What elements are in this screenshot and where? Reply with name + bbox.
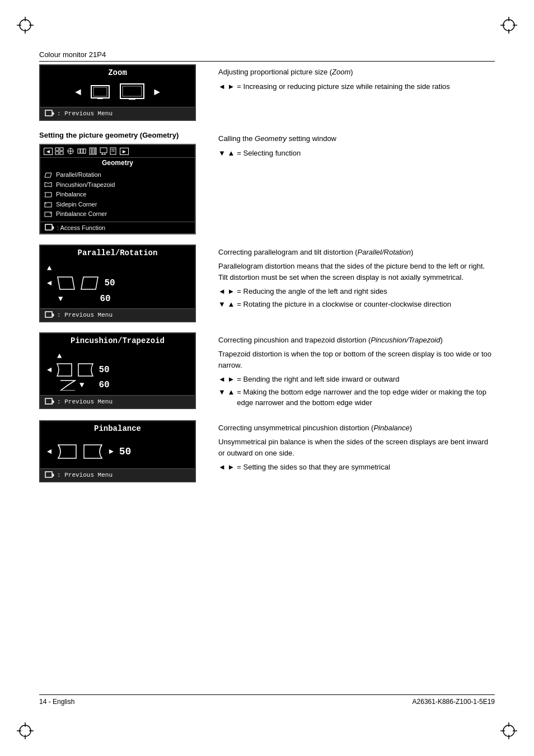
pincushion-desc-body: Trapezoid distortion is when the top or … [218, 349, 495, 370]
pincushion-osd-box: Pincushion/Trapezoid ▲ ◄ [39, 332, 196, 409]
geo-item-icon-parallel [44, 172, 53, 179]
corner-mark-br [500, 722, 517, 739]
geometry-desc-title: Calling the Geometry setting window [218, 133, 495, 144]
geo-icon-waveform [77, 147, 86, 155]
svg-rect-40 [95, 148, 96, 154]
zoom-section: Zoom ◄ [39, 64, 495, 121]
geo-icon-grid [55, 147, 64, 155]
pr-left-arrow: ◄ [47, 279, 51, 288]
svg-rect-35 [78, 149, 80, 153]
svg-marker-27 [53, 111, 54, 116]
zoom-large-icon [119, 83, 145, 102]
svg-marker-54 [53, 226, 54, 230]
zoom-osd-box: Zoom ◄ [39, 64, 196, 121]
zoom-arrow-left: ◄ [75, 87, 81, 98]
geo-icon-circle [66, 147, 75, 155]
svg-rect-53 [45, 224, 52, 230]
geometry-menu-title: Geometry [40, 158, 195, 168]
parallel-bullet2: ▼ ▲ = Rotating the picture in a clockwis… [218, 299, 495, 310]
pinbalance-osd-title: Pinbalance [40, 421, 195, 435]
zoom-bullet1: ◄ ► = Increasing or reducing picture siz… [218, 81, 495, 92]
svg-rect-24 [123, 86, 142, 96]
pincushion-osd-footer: : Previous Menu [40, 395, 195, 408]
parallel-desc-body: Parallelogram distortion means that the … [218, 261, 495, 283]
svg-rect-37 [83, 149, 86, 153]
parallel-bullet1: ◄ ► = Reducing the angle of the left and… [218, 286, 495, 297]
parallel-section: Parallel/Rotation ▲ ◄ [39, 245, 495, 322]
svg-rect-59 [45, 398, 52, 404]
pr-number-top: 50 [104, 278, 115, 288]
page-title: Colour monitor 21P4 [39, 50, 106, 59]
zoom-desc: Adjusting proportional picture size (Zoo… [218, 64, 495, 121]
corner-mark-tl [17, 17, 34, 34]
parallel-prev-icon [45, 311, 55, 319]
pinbalance-section: Pinbalance ◄ ► 50 [39, 420, 495, 482]
zoom-osd-footer: : Previous Menu [40, 107, 195, 120]
pincushion-bullet1: ◄ ► = Bending the right and left side in… [218, 374, 495, 385]
geometry-topbar: ◄ ► [40, 145, 195, 158]
pinbalance-desc-body: Unsymmetrical pin balance is when the si… [218, 436, 495, 458]
parallel-osd-footer: : Previous Menu [40, 308, 195, 321]
geo-item-icon-pincushion [44, 181, 53, 188]
pincushion-desc: Correcting pincushion and trapezoid dist… [218, 332, 495, 410]
pr-up-arrow: ▲ [47, 264, 51, 273]
geo-item-icon-pinbalance-corner [44, 211, 53, 218]
geo-item-pinbalance-corner: Pinbalance Corner [44, 209, 191, 219]
geo-item-pinbalance: Pinbalance [44, 190, 191, 200]
svg-rect-29 [60, 148, 63, 151]
pincushion-desc-title: Correcting pincushion and trapezoid dist… [218, 335, 495, 346]
zoom-arrow-right: ► [154, 87, 160, 98]
corner-mark-bl [17, 722, 34, 739]
svg-marker-55 [58, 277, 74, 289]
pincushion-left-icon [56, 363, 73, 377]
geometry-desc: Calling the Geometry setting window ▼ ▲ … [218, 131, 495, 234]
geometry-section: Setting the picture geometry (Geometry) … [39, 131, 495, 234]
geo-icon-bars [88, 147, 97, 155]
footer-doc-id: A26361-K886-Z100-1-5E19 [413, 698, 495, 706]
svg-rect-30 [55, 152, 59, 154]
pincushion-osd: Pincushion/Trapezoid ▲ ◄ [39, 332, 207, 410]
svg-rect-61 [45, 472, 52, 477]
svg-rect-36 [81, 149, 83, 153]
geometry-menu-box: ◄ ► Geometry Parallel/R [39, 144, 196, 234]
geometry-bullet1: ▼ ▲ = Selecting function [218, 148, 495, 159]
svg-rect-39 [92, 148, 94, 154]
geometry-menu-items: Parallel/Rotation Pincushion/Trapezoid [40, 168, 195, 222]
svg-rect-38 [90, 148, 91, 154]
svg-rect-31 [60, 152, 63, 154]
geo-item-pincushion: Pincushion/Trapezoid [44, 180, 191, 190]
pinbalance-osd: Pinbalance ◄ ► 50 [39, 420, 207, 482]
zoom-desc-title: Adjusting proportional picture size (Zoo… [218, 67, 495, 78]
svg-marker-60 [53, 400, 54, 404]
svg-rect-41 [100, 148, 107, 153]
svg-rect-21 [93, 87, 107, 96]
pincushion-bottom-icon [59, 379, 76, 391]
parallel-osd: Parallel/Rotation ▲ ◄ [39, 245, 207, 322]
pinbalance-prev-icon [45, 471, 55, 479]
pincushion-prev-icon [45, 398, 55, 406]
svg-rect-25 [129, 98, 135, 100]
pinbalance-osd-box: Pinbalance ◄ ► 50 [39, 420, 196, 482]
geometry-menu-footer: : Access Function [40, 222, 195, 233]
pinbalance-number: 50 [119, 446, 132, 457]
parallel-left-icon [57, 276, 75, 290]
zoom-prev-menu-icon [45, 110, 55, 118]
parallel-desc-title: Correcting parallelogram and tilt distor… [218, 247, 495, 258]
pincushion-right-icon [77, 363, 94, 377]
pincushion-bullet2: ▼ ▲ = Making the bottom edge narrower an… [218, 387, 495, 408]
pinbalance-desc: Correcting unsymmetrical pincushion dist… [218, 420, 495, 482]
geometry-heading: Setting the picture geometry (Geometry) [39, 131, 207, 139]
pinbalance-right-icon [83, 444, 103, 459]
svg-marker-48 [45, 173, 51, 177]
zoom-osd: Zoom ◄ [39, 64, 207, 121]
pincushion-number-top: 50 [99, 365, 109, 375]
zoom-footer-label: : Previous Menu [57, 110, 113, 117]
parallel-osd-box: Parallel/Rotation ▲ ◄ [39, 245, 196, 322]
content-area: Zoom ◄ [39, 64, 495, 689]
svg-marker-56 [81, 277, 98, 289]
svg-marker-62 [53, 473, 54, 477]
geo-item-parallel: Parallel/Rotation [44, 170, 191, 180]
pincushion-section: Pincushion/Trapezoid ▲ ◄ [39, 332, 495, 410]
parallel-right-icon [81, 276, 99, 290]
geometry-left: Setting the picture geometry (Geometry) … [39, 131, 207, 234]
